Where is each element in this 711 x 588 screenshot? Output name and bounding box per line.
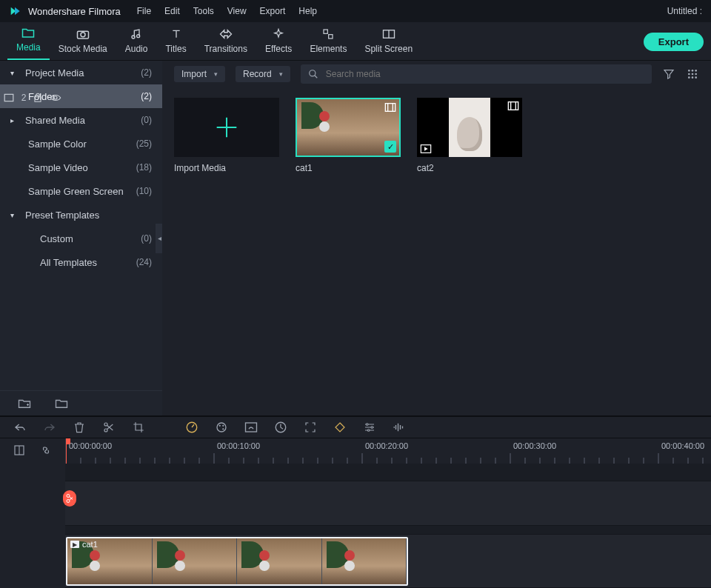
- sidebar-item-label: Sample Color: [28, 138, 136, 150]
- add-to-timeline-icon[interactable]: [420, 144, 432, 154]
- timecode-label: 00:00:00:00: [69, 441, 112, 450]
- empty-track-lane[interactable]: [65, 481, 711, 526]
- music-icon: [130, 27, 143, 41]
- app-logo-icon: [9, 5, 21, 17]
- tab-label: Split Screen: [364, 44, 413, 54]
- svg-point-15: [692, 76, 694, 78]
- checked-icon: ✓: [384, 141, 396, 153]
- svg-rect-17: [385, 104, 395, 112]
- filter-icon[interactable]: [662, 67, 675, 81]
- effects-icon: [272, 27, 285, 41]
- redo-icon[interactable]: [43, 421, 56, 434]
- caret-down-icon: ▾: [10, 211, 18, 219]
- tab-split-screen[interactable]: Split Screen: [356, 23, 421, 60]
- sidebar-item-custom[interactable]: Custom(0): [0, 227, 162, 250]
- menu-tools[interactable]: Tools: [193, 6, 214, 16]
- spacer-lane: [65, 464, 711, 481]
- green-screen-icon[interactable]: [244, 421, 258, 434]
- tab-audio[interactable]: Audio: [116, 23, 157, 60]
- timeline-tracks: 2 ▶cat1: [0, 464, 711, 588]
- menu-bar: File Edit Tools View Export Help: [137, 6, 317, 16]
- menu-view[interactable]: View: [227, 6, 247, 16]
- svg-point-33: [366, 424, 368, 426]
- svg-point-28: [219, 425, 221, 427]
- crop-fit-icon[interactable]: [304, 421, 317, 434]
- tab-stock-media[interactable]: Stock Media: [50, 23, 116, 60]
- item-count: (2): [141, 67, 152, 78]
- timeline-clip-cat1[interactable]: ▶cat1: [66, 537, 408, 586]
- export-button[interactable]: Export: [644, 33, 704, 51]
- svg-point-29: [222, 425, 224, 427]
- adjust-icon[interactable]: [363, 421, 376, 434]
- sidebar-item-sample-video[interactable]: Sample Video(18): [0, 156, 162, 179]
- editing-toolbar: [0, 416, 711, 438]
- eye-icon[interactable]: [50, 93, 61, 102]
- svg-point-9: [692, 70, 694, 72]
- tab-media[interactable]: Media: [7, 21, 50, 60]
- svg-point-10: [695, 70, 697, 72]
- tab-label: Elements: [310, 44, 347, 54]
- sidebar-item-sample-green[interactable]: Sample Green Screen(10): [0, 179, 162, 203]
- menu-edit[interactable]: Edit: [164, 6, 180, 16]
- video-track-lane[interactable]: ▶cat1: [65, 535, 711, 588]
- tab-titles[interactable]: Titles: [156, 23, 195, 60]
- delete-icon[interactable]: [73, 421, 86, 434]
- link-icon[interactable]: [40, 444, 53, 458]
- svg-rect-20: [508, 102, 518, 110]
- sidebar-item-sample-color[interactable]: Sample Color(25): [0, 132, 162, 156]
- svg-point-30: [222, 428, 224, 430]
- svg-point-34: [371, 427, 373, 429]
- tab-label: Stock Media: [59, 44, 107, 54]
- split-clip-icon[interactable]: [102, 421, 116, 434]
- menu-help[interactable]: Help: [298, 6, 317, 16]
- import-dropdown[interactable]: Import▾: [174, 66, 225, 82]
- search-box[interactable]: [301, 64, 652, 84]
- camera-icon: [76, 27, 90, 41]
- color-icon[interactable]: [215, 421, 228, 434]
- app-name: Wondershare Filmora: [28, 6, 121, 17]
- speed-icon[interactable]: [185, 421, 198, 434]
- keyframe-icon[interactable]: [333, 421, 347, 434]
- sidebar-item-label: Custom: [40, 233, 141, 244]
- search-input[interactable]: [326, 69, 644, 79]
- svg-point-35: [367, 430, 370, 432]
- marker-icon[interactable]: [13, 444, 27, 458]
- tab-elements[interactable]: Elements: [301, 23, 356, 60]
- dropdown-label: Record: [243, 69, 272, 79]
- svg-point-11: [688, 73, 690, 76]
- sidebar-item-all-templates[interactable]: All Templates(24): [0, 250, 162, 274]
- crop-icon[interactable]: [132, 421, 145, 434]
- razor-cursor-icon[interactable]: [63, 490, 76, 507]
- plus-icon: [212, 113, 241, 142]
- timeline-ruler[interactable]: 00:00:00:00 00:00:10:00 00:00:20:00 00:0…: [65, 438, 711, 464]
- sidebar-item-preset-templates[interactable]: ▾Preset Templates: [0, 203, 162, 227]
- svg-rect-5: [329, 35, 333, 39]
- svg-point-13: [695, 73, 697, 76]
- svg-rect-18: [387, 104, 388, 112]
- tab-transitions[interactable]: Transitions: [196, 23, 256, 60]
- grid-view-icon[interactable]: [686, 67, 699, 81]
- timecode-label: 00:00:20:00: [365, 441, 408, 450]
- new-folder-icon[interactable]: [18, 398, 31, 409]
- media-card-cat2[interactable]: cat2: [417, 98, 522, 173]
- video-track-header[interactable]: 2: [0, 71, 65, 124]
- menu-file[interactable]: File: [137, 6, 151, 16]
- card-caption: Import Media: [174, 163, 279, 173]
- media-card-cat1[interactable]: ✓ cat1: [296, 98, 401, 173]
- svg-point-83: [54, 96, 57, 99]
- folder-icon[interactable]: [55, 398, 68, 409]
- video-badge-icon: [507, 101, 519, 111]
- undo-icon[interactable]: [13, 421, 27, 434]
- svg-point-12: [692, 73, 694, 76]
- svg-point-14: [688, 76, 690, 78]
- sidebar-item-label: Sample Video: [28, 162, 136, 173]
- import-media-card[interactable]: Import Media: [174, 98, 279, 173]
- timeline-ruler-row: 00:00:00:00 00:00:10:00 00:00:20:00 00:0…: [0, 438, 711, 464]
- lock-icon[interactable]: [33, 93, 42, 103]
- speed-ramp-icon[interactable]: [274, 421, 287, 434]
- audio-wave-icon[interactable]: [393, 421, 406, 434]
- record-dropdown[interactable]: Record▾: [236, 66, 290, 82]
- menu-export[interactable]: Export: [260, 6, 286, 16]
- tab-effects[interactable]: Effects: [256, 23, 301, 60]
- item-count: (0): [141, 115, 152, 125]
